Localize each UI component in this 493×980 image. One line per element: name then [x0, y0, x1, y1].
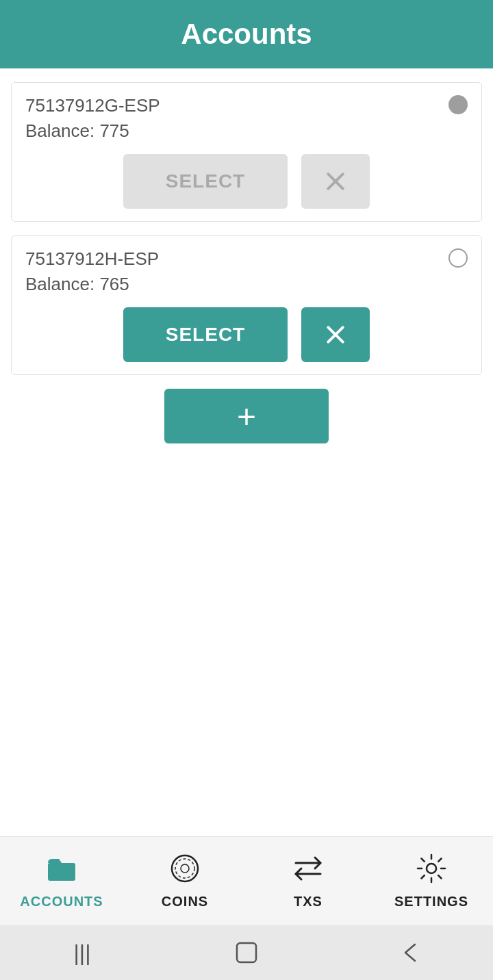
txs-icon: [293, 853, 323, 890]
nav-label-settings: SETTINGS: [394, 894, 468, 910]
bottom-nav: ACCOUNTS COINS TXS: [0, 836, 493, 925]
account-status-dot-1: [448, 95, 468, 114]
home-button[interactable]: [219, 925, 274, 980]
svg-point-7: [181, 864, 189, 873]
account-actions-2: SELECT: [25, 307, 468, 362]
select-button-1[interactable]: SELECT: [123, 154, 288, 209]
coins-icon: [170, 853, 200, 890]
delete-button-1[interactable]: [301, 154, 370, 209]
app-header: Accounts: [0, 0, 493, 68]
recent-apps-button[interactable]: |||: [55, 925, 110, 980]
nav-item-coins[interactable]: COINS: [130, 853, 240, 910]
settings-icon: [416, 853, 446, 890]
nav-label-accounts: ACCOUNTS: [20, 894, 103, 910]
close-icon-2: [325, 324, 346, 346]
nav-item-settings[interactable]: SETTINGS: [377, 853, 486, 910]
svg-rect-4: [48, 863, 75, 881]
accounts-icon: [47, 853, 77, 890]
svg-point-6: [175, 859, 194, 878]
add-account-button[interactable]: +: [164, 389, 329, 443]
account-card-1: 75137912G-ESP Balance: 775 SELECT: [11, 82, 482, 222]
nav-label-coins: COINS: [162, 894, 208, 910]
nav-item-txs[interactable]: TXS: [253, 853, 363, 910]
back-button[interactable]: [383, 925, 438, 980]
nav-item-accounts[interactable]: ACCOUNTS: [7, 853, 116, 910]
close-icon-1: [325, 170, 346, 192]
main-content: 75137912G-ESP Balance: 775 SELECT 751379…: [0, 68, 493, 836]
select-button-2[interactable]: SELECT: [123, 307, 288, 362]
add-account-wrap: +: [11, 389, 482, 443]
nav-label-txs: TXS: [294, 894, 323, 910]
account-name-1: 75137912G-ESP: [25, 95, 468, 116]
account-balance-2: Balance: 765: [25, 274, 468, 295]
delete-button-2[interactable]: [301, 307, 370, 362]
account-actions-1: SELECT: [25, 154, 468, 209]
account-name-2: 75137912H-ESP: [25, 248, 468, 270]
page-title: Accounts: [181, 18, 312, 51]
account-card-2: 75137912H-ESP Balance: 765 SELECT: [11, 235, 482, 375]
svg-point-10: [427, 864, 436, 873]
account-status-dot-2: [448, 248, 468, 268]
account-balance-1: Balance: 775: [25, 120, 468, 142]
system-nav: |||: [0, 925, 493, 980]
svg-rect-11: [237, 943, 256, 962]
